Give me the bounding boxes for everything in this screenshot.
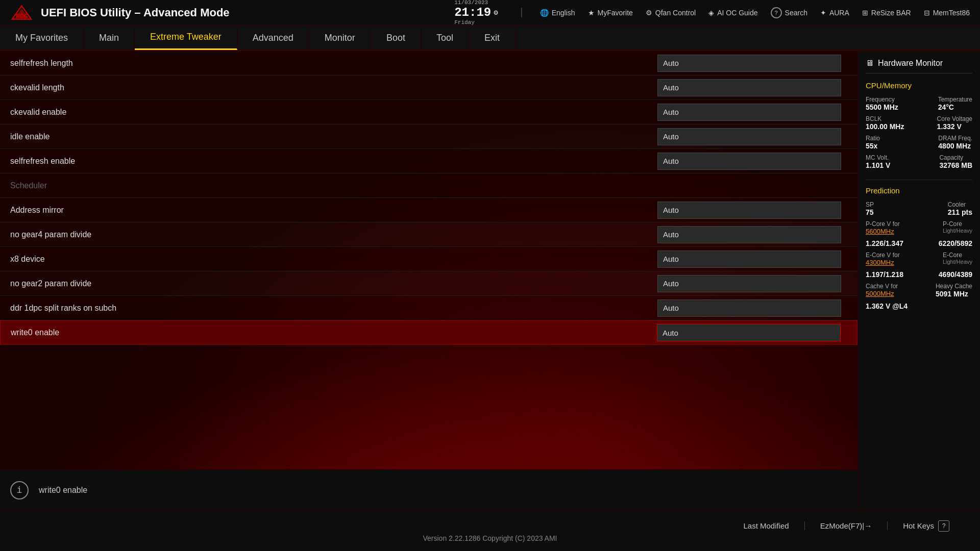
setting-value[interactable]: Auto: [657, 226, 841, 243]
hw-monitor-title: 🖥 Hardware Monitor: [866, 59, 972, 73]
ezmode-label: EzMode(F7)|→: [820, 521, 872, 530]
capacity-label: Capacity: [939, 154, 972, 161]
cache-freq-link[interactable]: 5000MHz: [866, 290, 898, 297]
table-row[interactable]: no gear4 param divide Auto: [0, 222, 857, 247]
table-row[interactable]: x8 device Auto: [0, 247, 857, 271]
setting-value[interactable]: Auto: [657, 128, 841, 145]
table-row[interactable]: idle enable Auto: [0, 124, 857, 149]
english-label: English: [552, 9, 575, 17]
toolbar-resizebar[interactable]: ⊞ ReSize BAR: [862, 9, 911, 17]
hardware-monitor-panel: 🖥 Hardware Monitor CPU/Memory Frequency …: [857, 51, 980, 510]
hw-bclk-row: BCLK 100.00 MHz Core Voltage 1.332 V: [866, 115, 972, 131]
bottom-actions: Last Modified EzMode(F7)|→ Hot Keys ?: [0, 520, 980, 532]
version-text: Version 2.22.1286 Copyright (C) 2023 AMI: [423, 534, 557, 542]
nav-main[interactable]: Main: [84, 26, 135, 50]
cooler-value: 211 pts: [948, 208, 972, 216]
table-row[interactable]: ckevalid enable Auto: [0, 100, 857, 124]
table-row-selected[interactable]: write0 enable Auto: [0, 320, 857, 345]
ecore-lh-label: Light/Heavy: [943, 259, 972, 265]
setting-value[interactable]: Auto: [657, 55, 841, 72]
setting-value[interactable]: Auto: [657, 251, 841, 268]
setting-value-selected[interactable]: Auto: [657, 324, 841, 341]
ecore-freq-link[interactable]: 4300MHz: [866, 259, 900, 266]
ecore-voltage-value: 1.197/1.218: [866, 270, 903, 279]
pcore-freq-value: 6220/5892: [939, 239, 972, 247]
last-modified-button[interactable]: Last Modified: [728, 521, 805, 530]
setting-value[interactable]: Auto: [657, 104, 841, 121]
dram-freq-label: DRAM Freq.: [938, 135, 972, 142]
table-row[interactable]: Address mirror Auto: [0, 198, 857, 222]
setting-value[interactable]: Auto: [657, 275, 841, 292]
nav-advanced[interactable]: Advanced: [237, 26, 309, 50]
setting-name: ckevalid enable: [10, 108, 657, 117]
toolbar-myfavorite[interactable]: ★ MyFavorite: [588, 9, 633, 17]
aioc-icon: ◈: [708, 9, 714, 17]
table-row[interactable]: ddr 1dpc split ranks on subch Auto: [0, 296, 857, 320]
bclk-value: 100.00 MHz: [866, 122, 904, 131]
table-row[interactable]: ckevalid length Auto: [0, 76, 857, 100]
time-gear-icon[interactable]: ⚙: [494, 8, 498, 17]
capacity-value: 32768 MB: [939, 161, 972, 169]
ezmode-button[interactable]: EzMode(F7)|→: [805, 521, 888, 530]
nav-monitor[interactable]: Monitor: [309, 26, 371, 50]
table-row[interactable]: selfrefresh length Auto: [0, 51, 857, 76]
hw-ecore-vals: 1.197/1.218 4690/4389: [866, 270, 972, 279]
nav-favorites[interactable]: My Favorites: [0, 26, 84, 50]
main-area: selfrefresh length Auto ckevalid length …: [0, 51, 980, 510]
day-label: Friday: [454, 19, 498, 26]
toolbar-qfan[interactable]: ⚙ Qfan Control: [646, 9, 696, 17]
svg-text:ROG: ROG: [16, 13, 28, 19]
heavy-cache-value: 5091 MHz: [936, 290, 972, 298]
info-panel: i write0 enable: [0, 469, 857, 510]
setting-name: selfrefresh length: [10, 59, 657, 68]
core-voltage-value: 1.332 V: [937, 122, 972, 131]
search-label: Search: [785, 9, 807, 17]
table-row[interactable]: no gear2 param divide Auto: [0, 271, 857, 296]
hw-cache-v-row: Cache V for 5000MHz Heavy Cache 5091 MHz: [866, 283, 972, 298]
setting-name: ckevalid length: [10, 83, 657, 92]
nav-extreme-tweaker[interactable]: Extreme Tweaker: [135, 26, 237, 50]
toolbar-aioc[interactable]: ◈ AI OC Guide: [708, 9, 757, 17]
hw-mcvolt-row: MC Volt. 1.101 V Capacity 32768 MB: [866, 154, 972, 169]
hw-ecore-v-row: E-Core V for 4300MHz E-Core Light/Heavy: [866, 252, 972, 266]
hw-pcore-v-row: P-Core V for 5600MHz P-Core Light/Heavy: [866, 220, 972, 235]
setting-value[interactable]: Auto: [657, 202, 841, 219]
dram-freq-value: 4800 MHz: [938, 142, 972, 150]
bclk-label: BCLK: [866, 115, 904, 122]
toolbar-english[interactable]: 🌐 English: [540, 9, 575, 17]
hotkeys-button[interactable]: Hot Keys ?: [888, 520, 965, 532]
qfan-label: Qfan Control: [655, 9, 696, 17]
hw-monitor-label: Hardware Monitor: [878, 59, 943, 68]
nav-tool[interactable]: Tool: [421, 26, 469, 50]
sp-label: SP: [866, 201, 874, 208]
aura-icon: ✦: [820, 9, 826, 17]
prediction-section-title: Prediction: [866, 186, 972, 195]
nav-exit[interactable]: Exit: [469, 26, 516, 50]
toolbar-aura[interactable]: ✦ AURA: [820, 9, 849, 17]
temperature-value: 24°C: [938, 103, 972, 111]
setting-value[interactable]: Auto: [657, 79, 841, 96]
info-icon: i: [10, 481, 29, 499]
pcore-freq-link[interactable]: 5600MHz: [866, 228, 900, 235]
settings-table: selfrefresh length Auto ckevalid length …: [0, 51, 857, 469]
ratio-value: 55x: [866, 142, 880, 150]
setting-value[interactable]: Auto: [657, 153, 841, 170]
date-label: 11/03/2023: [454, 0, 498, 6]
datetime-block: 11/03/2023 21:19 ⚙ Friday: [454, 0, 498, 26]
bottom-bar: Last Modified EzMode(F7)|→ Hot Keys ? Ve…: [0, 510, 980, 551]
toolbar-search[interactable]: ? Search: [771, 7, 807, 18]
ecore-freq-value: 4690/4389: [939, 270, 972, 279]
content-panel: selfrefresh length Auto ckevalid length …: [0, 51, 857, 510]
setting-value[interactable]: Auto: [657, 299, 841, 317]
hw-sp-row: SP 75 Cooler 211 pts: [866, 201, 972, 216]
table-row[interactable]: selfrefresh enable Auto: [0, 149, 857, 173]
pcore-lh-label: Light/Heavy: [943, 228, 972, 234]
info-description: write0 enable: [39, 486, 87, 495]
hw-frequency-row: Frequency 5500 MHz Temperature 24°C: [866, 96, 972, 111]
setting-name: x8 device: [10, 255, 657, 264]
nav-boot[interactable]: Boot: [371, 26, 421, 50]
toolbar-memtest[interactable]: ⊟ MemTest86: [924, 9, 970, 17]
qfan-icon: ⚙: [646, 9, 652, 17]
time-value: 21:19: [454, 6, 491, 19]
hotkeys-icon: ?: [938, 520, 949, 532]
